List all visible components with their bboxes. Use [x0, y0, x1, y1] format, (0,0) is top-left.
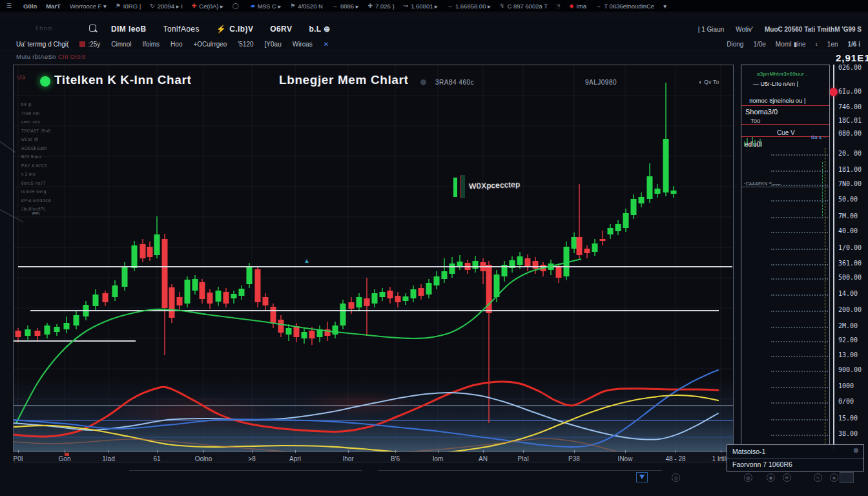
- toolbar-item[interactable]: b.L ⊕: [309, 25, 330, 34]
- gear-icon[interactable]: ⚙: [853, 447, 859, 454]
- toolbar-item[interactable]: O6RV: [270, 25, 292, 34]
- status-icon[interactable]: ◈: [830, 473, 838, 482]
- sidebar-row-ed[interactable]: ed'u0I: [745, 141, 762, 148]
- toolbar-item[interactable]: DIM IeoB: [111, 25, 147, 34]
- filter-item[interactable]: Ifoims: [142, 41, 160, 48]
- sidebar-footer-line: [741, 187, 829, 187]
- price-axis-label: 0/00: [838, 398, 854, 405]
- price-axis-label: 6Iu.00: [838, 88, 862, 95]
- filter-option[interactable]: 1en: [827, 41, 838, 48]
- menu-item-icon: ✚: [192, 3, 197, 9]
- search-icon[interactable]: [89, 25, 96, 32]
- filter-item[interactable]: Cimnol: [111, 41, 131, 48]
- toolbar-item[interactable]: TonlfAoes: [163, 25, 200, 34]
- filter-option[interactable]: MomI ▮ine: [776, 41, 806, 48]
- filter-option[interactable]: ‹: [816, 41, 818, 48]
- menu-item[interactable]: ✚Ce(0A) ▸: [192, 3, 223, 10]
- filter-item[interactable]: Wiroas: [293, 41, 313, 48]
- bottom-square-button[interactable]: [840, 472, 854, 483]
- filter-item[interactable]: [Y0au: [265, 41, 282, 48]
- menu-item[interactable]: →8086 ▸: [332, 3, 359, 10]
- price-axis-label: 200.00: [838, 306, 862, 313]
- menu-item[interactable]: ⚑I0RG |: [116, 3, 141, 10]
- menu-item-label: MarT: [46, 3, 61, 10]
- filter-item-label: Cimnol: [111, 41, 131, 48]
- status-icon[interactable]: ◉: [767, 473, 775, 482]
- menu-item-icon: ◆: [569, 3, 574, 9]
- status-icon[interactable]: ◍: [744, 473, 752, 482]
- candlestick-chart[interactable]: [14, 65, 733, 451]
- dotted-leader: [771, 327, 828, 328]
- menu-item[interactable]: ☰: [6, 3, 14, 9]
- status-icon[interactable]: ⊕: [783, 473, 791, 482]
- menu-item[interactable]: ▰M9S C ▸: [251, 3, 281, 10]
- status-icon[interactable]: ◎: [672, 473, 680, 482]
- filter-funnel-button[interactable]: [636, 472, 648, 482]
- dotted-leader: [771, 356, 828, 357]
- menu-item[interactable]: ↻20094 ▸ I: [150, 3, 183, 10]
- x-axis-tick: [574, 450, 575, 453]
- chart-corner-tools[interactable]: ◐ Qv To: [699, 79, 719, 85]
- menu-item[interactable]: →T 0836etnoudinCe: [595, 3, 654, 10]
- filter-option-label: ‹: [816, 41, 818, 48]
- filter-item[interactable]: '5120: [238, 41, 253, 48]
- toolbar-status[interactable]: Wotiv': [736, 26, 753, 33]
- dot-icon[interactable]: [420, 79, 426, 85]
- menu-item-label: Ce(0A) ▸: [199, 3, 223, 10]
- sidebar-line-3: IIomoc 8jneineiu ou |: [749, 97, 806, 104]
- toolbar-status[interactable]: MuoC 20560 Tati TmithM 'G99 S: [765, 26, 862, 33]
- menu-item[interactable]: G0ln: [23, 3, 37, 10]
- status-icon[interactable]: ∿: [814, 473, 822, 482]
- dotted-leader: [771, 294, 828, 296]
- price-axis-label: 38.00: [838, 430, 858, 437]
- filter-item[interactable]: Ua' terrmg d Chgi(: [16, 41, 68, 48]
- menu-item[interactable]: →1.66858.00 ▸: [447, 3, 491, 10]
- sidebar-row-symbol[interactable]: Shoma3/0: [745, 108, 778, 116]
- menu-item[interactable]: ◆Ima: [569, 3, 586, 10]
- filter-item-label: '5120: [238, 41, 253, 48]
- menu-item[interactable]: MarT: [46, 3, 61, 10]
- menu-item[interactable]: ↝1.60801 ▸: [404, 3, 438, 10]
- details-sidebar[interactable]: a3pnMhbn3n69uur . — U5r-LIIo nAm | IIomo…: [741, 65, 830, 446]
- sidebar-row-too[interactable]: Too: [750, 117, 760, 124]
- filter-item[interactable]: +OCulrrgeo: [193, 41, 227, 48]
- menu-item[interactable]: Worrooce F ▾: [70, 3, 107, 10]
- triangle-marker-icon: ▲: [304, 257, 310, 264]
- price-axis-label: 13.00: [838, 351, 858, 358]
- price-axis-label: 7M.00: [838, 212, 858, 220]
- menu-item[interactable]: ⚑4/0520 N: [290, 3, 323, 10]
- menu-item[interactable]: ↯C 897 6002a T: [500, 3, 548, 10]
- menu-item[interactable]: ?: [557, 3, 560, 10]
- watermark-row-1: Matsoiso-1: [732, 448, 765, 455]
- sidebar-blue-tag: Ba e ··: [811, 134, 827, 140]
- menu-item[interactable]: ◯: [232, 3, 242, 9]
- menu-item[interactable]: ▾: [663, 3, 666, 10]
- menu-item[interactable]: ✚7.026 ): [367, 3, 394, 10]
- watermark-panel[interactable]: Matsoiso-1 ⚙ Faorvonn 7 1060R6: [727, 444, 864, 471]
- breadcrumb[interactable]: Mutu rbtAeSn CIII Oi0i3: [16, 53, 85, 60]
- filter-option[interactable]: 1/6 i: [848, 41, 860, 48]
- left-note: Jbu0fuc9PL: [21, 205, 60, 214]
- price-axis-label: 1000: [838, 382, 854, 389]
- toolbar-item[interactable]: ⚡C.Ib)V: [216, 25, 253, 34]
- left-annotations: b4 ipTrwh Fmuwvr seoTSOA9T J9n6wSoc @AOB…: [21, 100, 60, 214]
- menu-item-label: ▾: [663, 3, 666, 10]
- toolbar-status[interactable]: | 1 Giaun: [698, 26, 724, 33]
- menu-item-label: C 897 6002a T: [507, 3, 548, 10]
- x-axis-label: B'6: [391, 455, 400, 462]
- filter-item[interactable]: ✕: [324, 41, 329, 48]
- dotted-leader: [771, 170, 828, 172]
- filter-item-label: Ifoims: [142, 41, 160, 48]
- filter-item-label: :25y: [88, 41, 100, 48]
- filter-option[interactable]: 1/0e: [753, 41, 765, 48]
- filter-item[interactable]: Hoo: [170, 41, 182, 48]
- sidebar-row-cue[interactable]: Cue V: [777, 129, 795, 136]
- left-note: ruinvH wvrg: [21, 187, 60, 196]
- menu-item-icon: ✚: [367, 3, 373, 9]
- filter-option[interactable]: Diong: [727, 41, 743, 48]
- watermark-divider: [727, 458, 863, 459]
- filter-item[interactable]: :25y: [79, 41, 100, 48]
- left-note: wSoc @: [21, 135, 60, 144]
- time-axis[interactable]: P0IGon1Iad61Oolno>8ApriIhorB'6IomANPIalP…: [13, 452, 734, 462]
- dashed-line-yellow: [825, 148, 825, 444]
